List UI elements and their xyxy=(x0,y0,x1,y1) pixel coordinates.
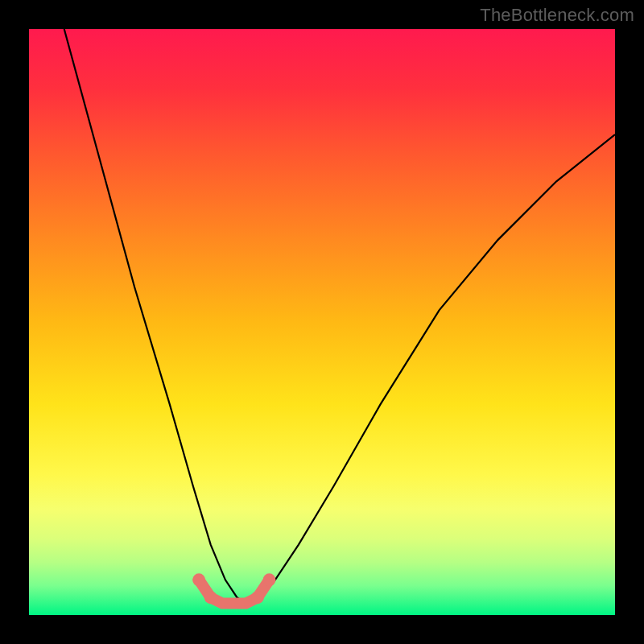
chart-frame: TheBottleneck.com xyxy=(0,0,644,644)
chart-plot-area xyxy=(29,29,615,615)
bottleneck-curve xyxy=(64,29,615,603)
floor-marker-dot xyxy=(263,573,276,586)
floor-marker-dot xyxy=(192,573,205,586)
chart-svg-layer xyxy=(29,29,615,615)
floor-marker-dot xyxy=(204,591,217,604)
watermark-text: TheBottleneck.com xyxy=(480,5,634,26)
floor-marker-dot xyxy=(251,591,264,604)
